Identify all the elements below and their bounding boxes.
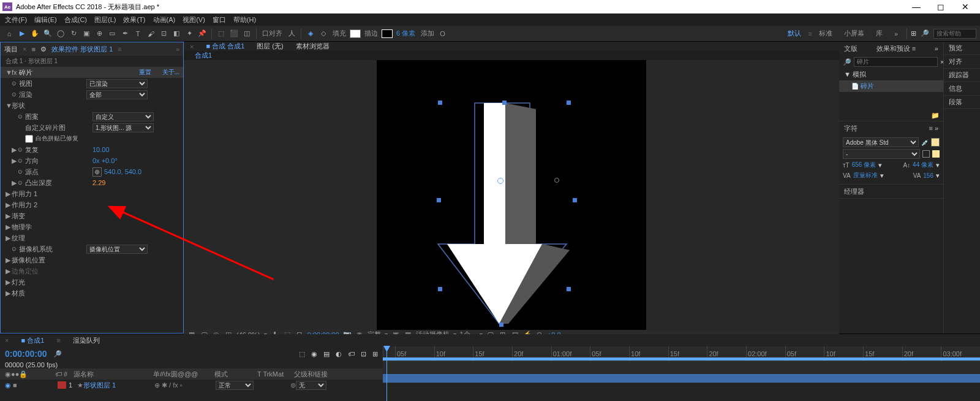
add-label[interactable]: 添加 xyxy=(421,29,434,38)
tl-opt2-icon[interactable]: ◉ xyxy=(311,350,317,358)
effect-name[interactable]: 碎片 xyxy=(19,68,86,77)
stroke-label[interactable]: 描边 xyxy=(364,29,378,38)
text-tool[interactable]: T xyxy=(132,28,143,39)
comp-breadcrumb[interactable]: 合成1 xyxy=(184,51,839,60)
help-search-input[interactable] xyxy=(933,29,976,39)
timeline-track-area[interactable]: 05f 10f 15f 20f 01:00f 05f 10f 15f 20f 0… xyxy=(383,346,980,401)
hand-tool[interactable]: ✋ xyxy=(29,28,40,39)
pattern-select[interactable]: 自定义 xyxy=(92,112,154,121)
maximize-button[interactable]: ◻ xyxy=(929,2,953,12)
menu-anim[interactable]: 动画(A) xyxy=(153,15,176,25)
timeline-layer-row[interactable]: ◉ ■ 1 ★ 形状图层 1 ⊕ ✱ / fx ▫ 正常 ⊚ 无 xyxy=(0,380,383,391)
mask-mode-icon[interactable]: ◈ xyxy=(305,28,316,39)
zoom-tool[interactable]: 🔍 xyxy=(42,28,53,39)
timeline-tab-comp[interactable]: ■ 合成1 xyxy=(21,336,44,345)
tab-project[interactable]: 项目 xyxy=(4,45,18,54)
workspace-small[interactable]: 小屏幕 xyxy=(839,28,869,39)
white-tile-checkbox[interactable] xyxy=(25,135,33,143)
fx-search-input[interactable] xyxy=(854,57,938,67)
rotate-tool[interactable]: ↻ xyxy=(68,28,79,39)
collapse-shape-icon[interactable]: ▼ xyxy=(6,102,12,109)
eyedropper-icon[interactable]: 💉 xyxy=(921,139,929,146)
local-axis-icon[interactable]: ⬚ xyxy=(216,28,227,39)
tl-opt1-icon[interactable]: ⬚ xyxy=(299,350,305,358)
col-source[interactable]: 源名称 xyxy=(74,370,153,379)
menu-layer[interactable]: 图层(L) xyxy=(94,15,116,25)
layer-duration-bar[interactable] xyxy=(383,374,980,383)
fill-label[interactable]: 填充 xyxy=(333,29,346,38)
view-select[interactable]: 已渲染 xyxy=(86,79,148,88)
view-axis-icon[interactable]: ◫ xyxy=(241,28,252,39)
timeline-search-icon[interactable]: 🔎 xyxy=(53,350,62,358)
menu-help[interactable]: 帮助(H) xyxy=(233,15,256,25)
viewer-tab-layer[interactable]: 图层 (无) xyxy=(257,42,283,51)
font-size-value[interactable]: 656 像素 xyxy=(852,161,876,169)
leading-value[interactable]: 44 像素 xyxy=(913,161,933,169)
text-color-swatch[interactable] xyxy=(931,138,940,147)
panel-paragraph[interactable]: 段落 xyxy=(944,96,980,109)
menu-view[interactable]: 视图(V) xyxy=(183,15,205,25)
home-icon[interactable]: ⌂ xyxy=(4,28,15,39)
camera-tool[interactable]: ▣ xyxy=(81,28,92,39)
viewer-tab-browser[interactable]: 素材浏览器 xyxy=(296,42,330,51)
col-mode[interactable]: 模式 xyxy=(214,370,257,379)
about-link[interactable]: 关于... xyxy=(162,68,179,77)
pen-tool[interactable]: ✒ xyxy=(119,28,130,39)
timeline-tab-queue[interactable]: 渲染队列 xyxy=(73,336,100,345)
layer-name[interactable]: 形状图层 1 xyxy=(83,381,154,390)
bezier-icon[interactable]: ◇ xyxy=(318,28,329,39)
tab-effects-presets[interactable]: 效果和预设 ≡ xyxy=(876,44,916,53)
tab-text[interactable]: 文版 xyxy=(844,44,858,53)
tab-fx-controls[interactable]: 效果控件 形状图层 1 xyxy=(51,45,113,54)
menu-window[interactable]: 窗口 xyxy=(213,15,226,25)
blend-mode-select[interactable]: 正常 xyxy=(216,381,254,390)
render-select[interactable]: 全部 xyxy=(86,90,148,99)
panel-tracker[interactable]: 跟踪器 xyxy=(944,69,980,82)
tl-opt4-icon[interactable]: ◐ xyxy=(336,350,342,358)
stroke-width[interactable]: 6 像素 xyxy=(396,29,415,38)
orbit-tool[interactable]: ◯ xyxy=(55,28,66,39)
tl-opt5-icon[interactable]: 🏷 xyxy=(348,350,355,357)
extrude-value[interactable]: 2.29 xyxy=(92,179,105,186)
stamp-tool[interactable]: ⊡ xyxy=(158,28,169,39)
kerning-value[interactable]: 度量标准 xyxy=(853,171,878,180)
origin-value[interactable]: 540.0, 540.0 xyxy=(104,168,141,175)
fill-color-swatch[interactable] xyxy=(932,150,940,158)
world-axis-icon[interactable]: ⬛ xyxy=(228,28,239,39)
snap-opt-icon[interactable]: 人 xyxy=(286,28,297,39)
panel-menu-icon[interactable]: » xyxy=(176,45,179,53)
panel-info[interactable]: 信息 xyxy=(944,82,980,96)
menu-edit[interactable]: 编辑(E) xyxy=(34,15,57,25)
panel-manager-header[interactable]: 经理器 xyxy=(839,185,943,198)
puppet-tool[interactable]: 📌 xyxy=(197,28,208,39)
shape-tool[interactable]: ▭ xyxy=(107,28,118,39)
roto-tool[interactable]: ✦ xyxy=(184,28,195,39)
origin-crosshair-icon[interactable]: ⊕ xyxy=(92,167,102,177)
workspace-lib[interactable]: 库 xyxy=(871,28,888,39)
new-bin-icon[interactable]: 📁 xyxy=(839,110,943,121)
close-button[interactable]: ✕ xyxy=(953,2,978,12)
add-menu-icon[interactable]: O xyxy=(440,30,445,37)
panel-char-header[interactable]: 字符≡ » xyxy=(839,121,943,135)
layer-color-swatch[interactable] xyxy=(58,381,66,389)
selection-tool[interactable]: ▶ xyxy=(17,28,28,39)
tl-opt7-icon[interactable]: ⊞ xyxy=(372,350,378,358)
col-trkmat[interactable]: T TrkMat xyxy=(257,370,294,378)
cam-sys-select[interactable]: 摄像机位置 xyxy=(86,245,148,254)
tree-collapse-icon[interactable]: ▼ xyxy=(844,71,851,78)
custom-map-select[interactable]: 1.形状图... 源 xyxy=(92,123,154,132)
menu-comp[interactable]: 合成(C) xyxy=(64,15,87,25)
stroke-color-swatch[interactable] xyxy=(922,150,930,158)
font-family-select[interactable]: Adobe 黑体 Std xyxy=(843,137,919,147)
parent-select[interactable]: 无 xyxy=(296,381,326,390)
repeat-value[interactable]: 10.00 xyxy=(92,146,110,153)
direction-value[interactable]: 0x +0.0° xyxy=(92,157,118,164)
workspace-default[interactable]: 默认 xyxy=(783,28,806,39)
snap-label[interactable]: 口对齐 xyxy=(262,29,282,38)
playhead[interactable] xyxy=(386,346,387,401)
composition-canvas[interactable] xyxy=(377,60,646,330)
fx-item-shatter[interactable]: 碎片 xyxy=(861,82,874,90)
tl-opt6-icon[interactable]: ⊡ xyxy=(361,350,366,358)
fx-category[interactable]: 模拟 xyxy=(853,71,866,78)
eraser-tool[interactable]: ◧ xyxy=(171,28,182,39)
